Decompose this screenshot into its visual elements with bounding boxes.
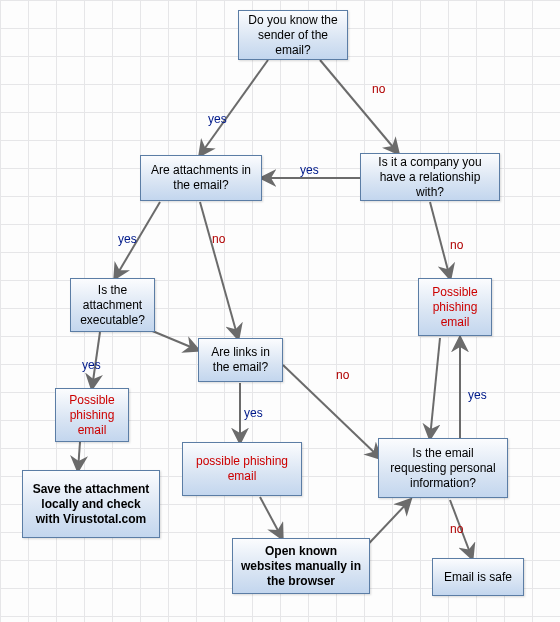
node-text: Email is safe: [444, 570, 512, 585]
edge-label-yes: yes: [208, 112, 227, 126]
edge-label-no: no: [450, 522, 463, 536]
edge-label-yes: yes: [300, 163, 319, 177]
node-text: Are links in the email?: [205, 345, 276, 375]
node-text: Is it a company you have a relationship …: [367, 155, 493, 200]
node-text: Is the attachment executable?: [77, 283, 148, 328]
node-text: Is the email requesting personal informa…: [385, 446, 501, 491]
node-open-manually: Open known websites manually in the brow…: [232, 538, 370, 594]
edge-label-no: no: [450, 238, 463, 252]
node-text: Possible phishing email: [62, 393, 122, 438]
node-text: Do you know the sender of the email?: [245, 13, 341, 58]
node-phishing-left: Possible phishing email: [55, 388, 129, 442]
node-text: Are attachments in the email?: [147, 163, 255, 193]
node-know-sender: Do you know the sender of the email?: [238, 10, 348, 60]
node-attachments: Are attachments in the email?: [140, 155, 262, 201]
edge-label-no: no: [372, 82, 385, 96]
node-text: Open known websites manually in the brow…: [239, 544, 363, 589]
edge-label-yes: yes: [118, 232, 137, 246]
node-phishing-mid: possible phishing email: [182, 442, 302, 496]
edge-label-yes: yes: [244, 406, 263, 420]
node-text: Save the attachment locally and check wi…: [29, 482, 153, 527]
edge-label-no: no: [336, 368, 349, 382]
edge-label-yes: yes: [82, 358, 101, 372]
node-save-virustotal: Save the attachment locally and check wi…: [22, 470, 160, 538]
node-email-safe: Email is safe: [432, 558, 524, 596]
edge-label-yes: yes: [468, 388, 487, 402]
node-attachment-executable: Is the attachment executable?: [70, 278, 155, 332]
node-text: possible phishing email: [189, 454, 295, 484]
edge-label-no: no: [212, 232, 225, 246]
node-company-relationship: Is it a company you have a relationship …: [360, 153, 500, 201]
node-links-in-email: Are links in the email?: [198, 338, 283, 382]
node-personal-info: Is the email requesting personal informa…: [378, 438, 508, 498]
node-phishing-right: Possible phishing email: [418, 278, 492, 336]
node-text: Possible phishing email: [425, 285, 485, 330]
